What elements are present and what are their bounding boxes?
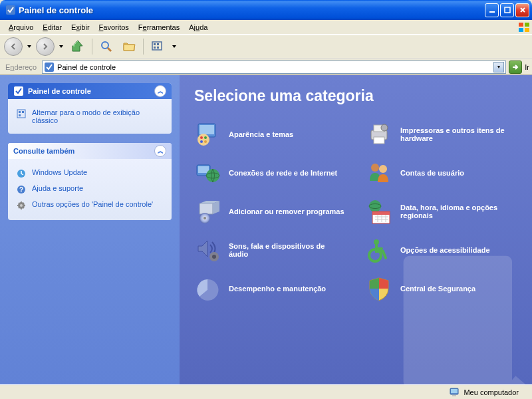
svg-rect-15 xyxy=(17,110,25,118)
cat-users[interactable]: Contas de usuário xyxy=(366,160,517,186)
status-text: Meu computador xyxy=(464,388,519,396)
content-area: Painel de controle ︽ Alternar para o mod… xyxy=(0,74,532,384)
collapse-button[interactable]: ︽ xyxy=(154,85,166,97)
svg-rect-3 xyxy=(519,23,523,27)
cat-label: Aparência e temas xyxy=(229,130,293,138)
svg-point-29 xyxy=(204,136,207,139)
address-input[interactable]: Painel de controle ▾ xyxy=(42,61,506,74)
cat-label: Desempenho e manutenção xyxy=(229,285,326,293)
svg-rect-18 xyxy=(19,114,21,116)
folders-button[interactable] xyxy=(119,37,139,57)
forward-button[interactable] xyxy=(36,37,55,56)
svg-point-30 xyxy=(200,140,203,143)
panel-see-also: Consulte também ︽ Windows Update ? Ajuda… xyxy=(8,143,172,220)
menu-ferramentas[interactable]: Ferramentas xyxy=(134,22,184,33)
svg-rect-17 xyxy=(22,111,24,113)
printer-icon xyxy=(366,121,392,148)
link-other-options[interactable]: Outras opções do 'Painel de controle' xyxy=(16,198,164,213)
cat-label: Contas de usuário xyxy=(400,169,464,177)
svg-point-40 xyxy=(371,164,379,172)
cat-add-remove[interactable]: Adicionar ou remover programas xyxy=(194,198,346,225)
svg-rect-1 xyxy=(489,11,495,13)
main-area: Selecione uma categoria Aparência e tema… xyxy=(180,75,532,384)
views-button[interactable] xyxy=(148,37,168,57)
back-dropdown[interactable] xyxy=(25,37,33,57)
toolbar-separator xyxy=(92,39,92,55)
panel-title: Consulte também xyxy=(13,147,74,155)
svg-point-38 xyxy=(206,169,219,182)
svg-point-7 xyxy=(102,42,108,49)
statusbar: Meu computador xyxy=(0,384,532,399)
menu-arquivo[interactable]: Arquivo xyxy=(4,22,38,33)
cat-label: Data, hora, idioma e opções regionais xyxy=(400,203,517,219)
svg-rect-37 xyxy=(198,166,209,173)
views-dropdown[interactable] xyxy=(170,37,178,57)
link-classic-view[interactable]: Alternar para o modo de exibição clássic… xyxy=(16,106,164,127)
address-dropdown[interactable]: ▾ xyxy=(493,62,504,72)
svg-text:?: ? xyxy=(19,186,23,194)
page-title: Selecione uma categoria xyxy=(194,87,517,105)
window-controls xyxy=(485,3,529,17)
svg-rect-2 xyxy=(505,7,510,13)
go-button[interactable] xyxy=(509,61,522,74)
control-panel-icon xyxy=(5,5,16,15)
cat-date-time[interactable]: Data, hora, idioma e opções regionais xyxy=(366,198,517,225)
titlebar: Painel de controle xyxy=(0,0,532,20)
menu-editar[interactable]: Editar xyxy=(38,22,66,33)
maximize-button[interactable] xyxy=(500,3,514,17)
cat-sounds[interactable]: Sons, fala e dispositivos de áudio xyxy=(194,237,346,263)
users-icon xyxy=(366,160,392,186)
panel-body: Alternar para o modo de exibição clássic… xyxy=(8,99,172,134)
menu-ajuda[interactable]: Ajuda xyxy=(184,22,212,33)
svg-point-49 xyxy=(212,255,216,259)
svg-point-27 xyxy=(198,134,209,146)
svg-point-23 xyxy=(20,204,23,207)
cat-printers[interactable]: Impressoras e outros itens de hardware xyxy=(366,121,517,148)
cat-appearance[interactable]: Aparência e temas xyxy=(194,121,346,148)
svg-point-28 xyxy=(200,136,203,139)
minimize-button[interactable] xyxy=(485,3,499,17)
menu-exibir[interactable]: Exibir xyxy=(66,22,94,33)
svg-rect-26 xyxy=(200,125,214,134)
help-icon: ? xyxy=(16,184,27,195)
panel-header: Consulte também ︽ xyxy=(8,143,172,159)
windows-flag-icon xyxy=(517,21,531,33)
cat-label: Adicionar ou remover programas xyxy=(229,207,344,215)
control-panel-icon xyxy=(13,86,24,96)
svg-rect-4 xyxy=(525,23,529,27)
cat-label: Sons, fala e dispositivos de áudio xyxy=(229,242,346,258)
svg-point-44 xyxy=(369,200,381,212)
address-text: Painel de controle xyxy=(57,63,491,71)
svg-rect-10 xyxy=(154,47,156,49)
link-help-support[interactable]: ? Ajuda e suporte xyxy=(16,182,164,198)
appearance-icon xyxy=(194,121,221,148)
panel-header: Painel de controle ︽ xyxy=(8,83,172,99)
search-button[interactable] xyxy=(96,37,116,57)
svg-point-35 xyxy=(381,124,388,131)
close-button[interactable] xyxy=(515,3,529,17)
window-title: Painel de controle xyxy=(19,5,485,15)
sound-icon xyxy=(194,237,221,263)
date-time-icon xyxy=(366,198,392,225)
menubar: Arquivo Editar Exibir Favoritos Ferramen… xyxy=(0,20,532,35)
menu-favoritos[interactable]: Favoritos xyxy=(94,22,134,33)
cat-label: Conexões de rede e de Internet xyxy=(229,169,337,177)
svg-rect-5 xyxy=(519,28,523,32)
back-button[interactable] xyxy=(4,37,23,56)
panel-title: Painel de controle xyxy=(28,87,91,95)
forward-dropdown[interactable] xyxy=(57,37,65,57)
switch-view-icon xyxy=(16,108,27,119)
svg-point-41 xyxy=(379,165,387,173)
collapse-button[interactable]: ︽ xyxy=(154,145,166,157)
link-windows-update[interactable]: Windows Update xyxy=(16,166,164,182)
up-button[interactable] xyxy=(68,37,88,57)
toolbar-separator xyxy=(143,39,144,55)
svg-point-43 xyxy=(203,217,206,219)
add-remove-icon xyxy=(194,198,221,225)
cat-label: Impressoras e outros itens de hardware xyxy=(400,126,517,142)
panel-body: Windows Update ? Ajuda e suporte Outras … xyxy=(8,159,172,220)
svg-rect-54 xyxy=(452,395,456,396)
cat-performance[interactable]: Desempenho e manutenção xyxy=(194,275,346,302)
cat-network[interactable]: Conexões de rede e de Internet xyxy=(194,160,346,186)
performance-icon xyxy=(194,275,221,302)
